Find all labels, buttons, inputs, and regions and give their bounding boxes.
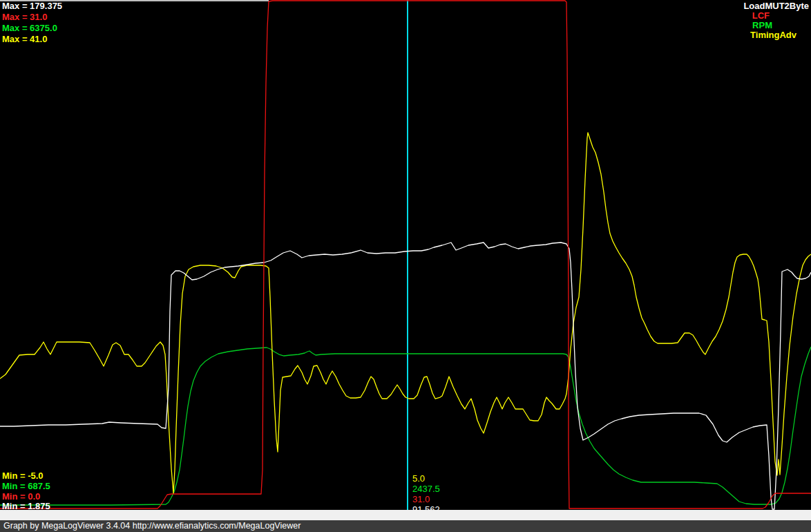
max-label-timingadv: Max = 41.0 [2, 35, 47, 44]
legend-item-timingadv: TimingAdv [750, 30, 796, 40]
legend-item-lcf: LCF [752, 11, 770, 21]
megalogviewer-graph-window: Max = 179.375 Max = 31.0 Max = 6375.0 Ma… [0, 0, 811, 532]
max-label-lcf: Max = 31.0 [2, 12, 47, 22]
min-label-rpm: Min = 687.5 [2, 482, 50, 491]
bottom-panel-strip [0, 510, 811, 520]
status-bar: Graph by MegaLogViewer 3.4.04 http://www… [0, 520, 811, 532]
max-label-loadmut2byte: Max = 179.375 [2, 1, 62, 11]
trace-loadmut2byte [0, 243, 811, 509]
trace-rpm [0, 347, 811, 505]
max-label-rpm: Max = 6375.0 [2, 23, 57, 33]
graph-plot-area[interactable] [0, 0, 811, 510]
cursor-value-rpm: 2437.5 [412, 484, 440, 494]
trace-canvas [0, 0, 811, 532]
legend-item-loadmut2byte: LoadMUT2Byte [743, 1, 809, 11]
trace-lcf [0, 1, 811, 509]
cursor-value-lcf: 31.0 [412, 495, 430, 504]
min-label-timingadv: Min = -5.0 [2, 471, 44, 481]
legend-item-rpm: RPM [752, 21, 772, 30]
cursor-value-timingadv: 5.0 [412, 474, 425, 484]
trace-timingadv [0, 133, 811, 493]
min-label-lcf: Min = 0.0 [2, 492, 40, 502]
status-bar-text: Graph by MegaLogViewer 3.4.04 http://www… [3, 520, 300, 532]
